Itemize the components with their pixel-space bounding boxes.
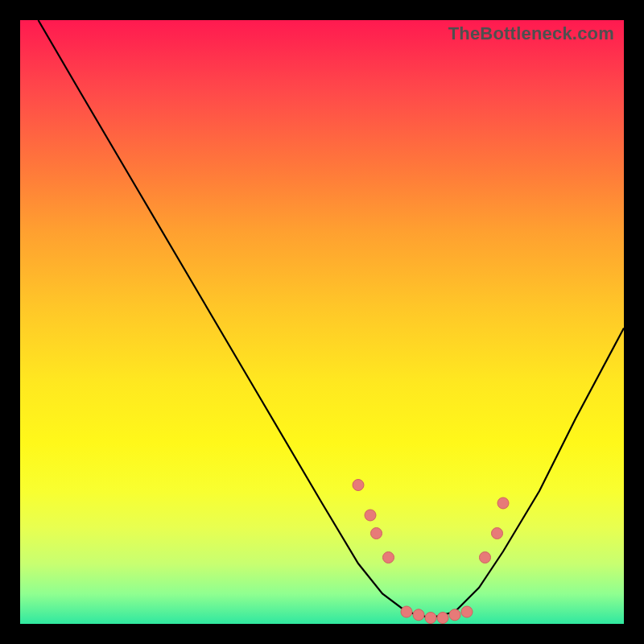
- scatter-dot: [371, 528, 382, 539]
- scatter-dot: [413, 609, 424, 621]
- scatter-dot: [480, 552, 491, 564]
- scatter-dots: [353, 480, 509, 624]
- scatter-dot: [437, 613, 448, 624]
- chart-frame: TheBottleneck.com: [0, 0, 644, 644]
- scatter-dot: [401, 606, 412, 617]
- scatter-dot: [425, 613, 436, 624]
- scatter-dot: [461, 606, 473, 617]
- bottleneck-curve-line: [39, 20, 625, 618]
- scatter-dot: [497, 497, 509, 509]
- scatter-dot: [365, 510, 376, 521]
- scatter-dot: [492, 528, 503, 539]
- scatter-dot: [449, 609, 460, 621]
- scatter-dot: [353, 480, 364, 491]
- chart-svg: [20, 20, 624, 624]
- plot-area: TheBottleneck.com: [20, 20, 624, 624]
- scatter-dot: [383, 552, 394, 564]
